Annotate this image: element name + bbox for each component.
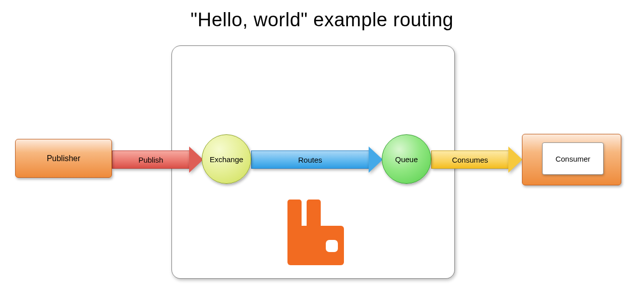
diagram-stage: "Hello, world" example routing Publish R… (0, 0, 644, 297)
arrow-consumes-label: Consumes (452, 156, 488, 164)
consumer-node: Consumer (542, 142, 604, 175)
exchange-label: Exchange (210, 155, 244, 164)
arrow-routes: Routes (251, 151, 369, 169)
arrow-routes-label: Routes (298, 156, 322, 164)
publisher-node: Publisher (15, 139, 112, 178)
exchange-node: Exchange (202, 134, 251, 184)
arrow-publish-label: Publish (138, 156, 163, 164)
arrow-consumes: Consumes (431, 151, 508, 169)
rabbitmq-icon (285, 200, 346, 265)
arrow-publish: Publish (112, 151, 189, 169)
consumer-label: Consumer (555, 155, 590, 163)
svg-rect-3 (326, 240, 338, 252)
queue-node: Queue (382, 134, 431, 184)
queue-label: Queue (395, 155, 418, 164)
diagram-title: "Hello, world" example routing (0, 9, 644, 31)
publisher-label: Publisher (47, 154, 81, 163)
